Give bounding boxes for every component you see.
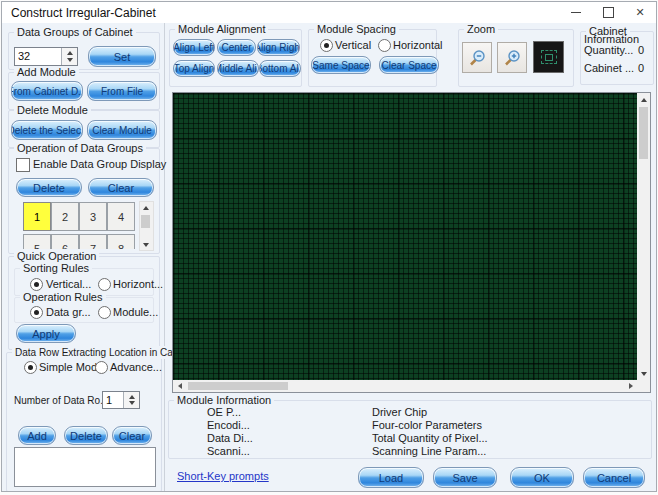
group-title: Sorting Rules bbox=[20, 262, 92, 275]
data-group-4-button[interactable]: 4 bbox=[107, 202, 135, 231]
spin-down-icon bbox=[67, 58, 73, 62]
bottom-align-button[interactable]: Bottom Al.. bbox=[259, 60, 301, 77]
center-button[interactable]: Center bbox=[217, 39, 256, 56]
maximize-button[interactable] bbox=[592, 2, 624, 23]
clear-module-button[interactable]: Clear Module bbox=[87, 120, 157, 140]
group-title: Operation Rules bbox=[20, 291, 106, 304]
scroll-down-icon bbox=[641, 372, 647, 376]
from-file-button[interactable]: From File bbox=[87, 81, 157, 101]
scroll-left-button[interactable] bbox=[174, 381, 185, 391]
load-button[interactable]: Load bbox=[358, 467, 424, 488]
ok-button[interactable]: OK bbox=[510, 467, 574, 488]
scroll-up-button[interactable] bbox=[638, 94, 649, 105]
left-panel-divider bbox=[164, 23, 165, 491]
group-module-alignment: Module Alignment bbox=[169, 29, 302, 87]
sorting-horizontal-radio[interactable] bbox=[98, 278, 111, 291]
scroll-down-button[interactable] bbox=[638, 368, 649, 379]
minimize-button[interactable] bbox=[560, 2, 592, 23]
group-title: Operation of Data Groups bbox=[14, 142, 146, 155]
group-title: Add Module bbox=[14, 66, 79, 79]
simple-mode-radio[interactable] bbox=[24, 361, 37, 374]
data-group-6-button[interactable]: 6 bbox=[51, 234, 79, 249]
save-button[interactable]: Save bbox=[433, 467, 497, 488]
advanced-mode-radio[interactable] bbox=[95, 361, 108, 374]
sorting-vertical-radio[interactable] bbox=[30, 278, 43, 291]
cabinet-canvas[interactable] bbox=[172, 92, 651, 393]
scrollbar-thumb[interactable] bbox=[188, 382, 288, 390]
same-space-button[interactable]: Same Space bbox=[311, 56, 371, 74]
operation-data-group-radio[interactable] bbox=[30, 306, 43, 319]
scroll-up-icon bbox=[641, 98, 647, 102]
scroll-up-button[interactable] bbox=[140, 202, 151, 213]
scroll-right-button[interactable] bbox=[625, 381, 636, 391]
operation-module-radio[interactable] bbox=[98, 306, 111, 319]
simple-mode-label: Simple Mode bbox=[39, 361, 103, 374]
scrollbar-thumb[interactable] bbox=[141, 215, 150, 228]
sorting-horizontal-label: Horizont... bbox=[113, 278, 163, 291]
canvas-horizontal-scrollbar[interactable] bbox=[173, 380, 637, 392]
data-row-clear-button[interactable]: Clear bbox=[112, 426, 152, 445]
group-title: Module Alignment bbox=[175, 23, 268, 36]
fit-selection-icon bbox=[541, 50, 557, 64]
number-of-data-rows-spinner[interactable]: 1 bbox=[102, 391, 140, 409]
spin-up-icon bbox=[129, 395, 135, 399]
cabinet-quantity-label: Quantity... bbox=[584, 44, 633, 57]
data-group-clear-button[interactable]: Clear bbox=[88, 178, 154, 197]
data-group-2-button[interactable]: 2 bbox=[51, 202, 79, 231]
zoom-in-button[interactable] bbox=[497, 42, 527, 73]
align-left-button[interactable]: Align Left bbox=[173, 39, 215, 56]
data-row-delete-button[interactable]: Delete bbox=[64, 426, 108, 445]
number-of-data-rows-label: Number of Data Ro... bbox=[14, 394, 108, 407]
close-button[interactable]: ✕ bbox=[624, 2, 656, 23]
zoom-fit-button[interactable] bbox=[533, 41, 564, 73]
zoom-out-icon bbox=[467, 48, 487, 68]
top-align-button[interactable]: Top Align bbox=[173, 60, 215, 77]
spacing-vertical-label: Vertical bbox=[335, 39, 371, 52]
align-right-button[interactable]: Align Right bbox=[257, 39, 300, 56]
data-group-8-button[interactable]: 8 bbox=[107, 234, 135, 249]
cabinet-count-value: 0 bbox=[638, 62, 644, 75]
zoom-out-button[interactable] bbox=[462, 42, 492, 73]
module-info-scanning: Scanni... bbox=[207, 445, 250, 458]
clear-space-button[interactable]: Clear Space bbox=[379, 56, 439, 74]
canvas-vertical-scrollbar[interactable] bbox=[637, 93, 650, 380]
group-title: Data Row Extracting Location in Cabinet bbox=[12, 346, 198, 359]
data-row-listbox[interactable] bbox=[14, 447, 156, 487]
dialog-window: Construct Irregular-Cabinet ✕ Data Group… bbox=[1, 1, 657, 492]
apply-button[interactable]: Apply bbox=[16, 324, 76, 343]
data-groups-count-spinner[interactable]: 32 bbox=[14, 47, 78, 66]
group-title: Data Groups of Cabinet bbox=[14, 26, 136, 39]
window-controls: ✕ bbox=[560, 2, 656, 23]
advanced-mode-label: Advance... bbox=[110, 361, 162, 374]
led-module-grid[interactable] bbox=[173, 93, 637, 380]
scrollbar-thumb[interactable] bbox=[639, 107, 648, 159]
scroll-down-button[interactable] bbox=[140, 239, 151, 250]
window-title: Construct Irregular-Cabinet bbox=[11, 6, 156, 20]
middle-align-button[interactable]: Middle Ali.. bbox=[217, 60, 259, 77]
group-title: Module Spacing bbox=[314, 23, 399, 36]
set-button[interactable]: Set bbox=[88, 46, 156, 67]
number-grid-scrollbar[interactable] bbox=[139, 201, 154, 251]
data-row-add-button[interactable]: Add bbox=[18, 426, 56, 445]
spacing-horizontal-radio[interactable] bbox=[378, 39, 391, 52]
spinner-arrows[interactable] bbox=[123, 392, 139, 408]
scroll-right-icon bbox=[629, 383, 633, 389]
from-cabinet-database-button[interactable]: From Cabinet D... bbox=[11, 81, 83, 101]
delete-selected-button[interactable]: Delete the Selec.. bbox=[11, 120, 83, 140]
data-group-number-grid: 1 2 3 4 5 6 7 8 bbox=[22, 201, 136, 249]
maximize-icon bbox=[603, 7, 614, 18]
short-key-prompts-link[interactable]: Short-Key prompts bbox=[177, 470, 269, 482]
cabinet-count-label: Cabinet ... bbox=[584, 62, 634, 75]
data-group-3-button[interactable]: 3 bbox=[79, 202, 107, 231]
spin-down-icon bbox=[129, 401, 135, 405]
cancel-button[interactable]: Cancel bbox=[583, 467, 645, 488]
data-group-delete-button[interactable]: Delete bbox=[16, 178, 82, 197]
data-group-1-button[interactable]: 1 bbox=[23, 202, 51, 231]
data-group-5-button[interactable]: 5 bbox=[23, 234, 51, 249]
module-info-oe-polarity: OE P... bbox=[207, 406, 241, 419]
spin-up-icon bbox=[67, 51, 73, 55]
spacing-vertical-radio[interactable] bbox=[320, 39, 333, 52]
spinner-arrows[interactable] bbox=[61, 48, 77, 65]
data-group-7-button[interactable]: 7 bbox=[79, 234, 107, 249]
enable-data-group-display-checkbox[interactable] bbox=[16, 158, 30, 172]
